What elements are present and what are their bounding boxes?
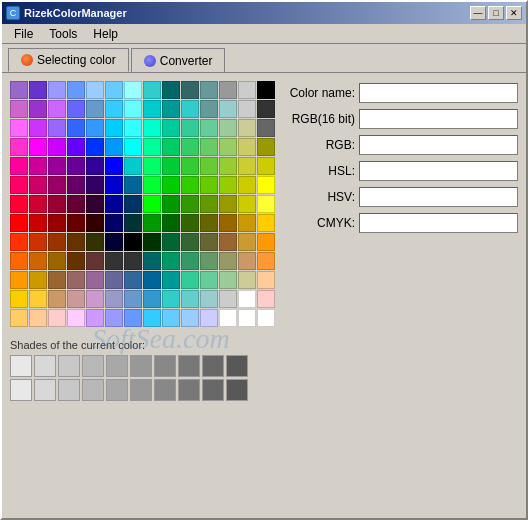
shade-cell[interactable]: [226, 355, 248, 377]
color-cell[interactable]: [143, 119, 161, 137]
color-cell[interactable]: [219, 176, 237, 194]
color-cell[interactable]: [181, 290, 199, 308]
color-cell[interactable]: [200, 290, 218, 308]
color-cell[interactable]: [219, 233, 237, 251]
color-cell[interactable]: [10, 309, 28, 327]
color-cell[interactable]: [181, 157, 199, 175]
color-cell[interactable]: [200, 138, 218, 156]
color-cell[interactable]: [181, 100, 199, 118]
shade-cell[interactable]: [130, 355, 152, 377]
color-cell[interactable]: [86, 119, 104, 137]
color-cell[interactable]: [143, 100, 161, 118]
color-cell[interactable]: [238, 81, 256, 99]
color-cell[interactable]: [86, 157, 104, 175]
maximize-button[interactable]: □: [488, 6, 504, 20]
color-cell[interactable]: [10, 176, 28, 194]
color-cell[interactable]: [48, 138, 66, 156]
shade-cell[interactable]: [34, 379, 56, 401]
color-cell[interactable]: [143, 214, 161, 232]
shade-cell[interactable]: [10, 355, 32, 377]
color-cell[interactable]: [143, 81, 161, 99]
tab-selecting-color[interactable]: Selecting color: [8, 48, 129, 72]
menu-file[interactable]: File: [6, 25, 41, 43]
color-cell[interactable]: [162, 176, 180, 194]
color-cell[interactable]: [124, 271, 142, 289]
color-cell[interactable]: [48, 290, 66, 308]
color-cell[interactable]: [257, 157, 275, 175]
color-cell[interactable]: [238, 100, 256, 118]
color-cell[interactable]: [238, 309, 256, 327]
color-cell[interactable]: [200, 195, 218, 213]
color-cell[interactable]: [162, 233, 180, 251]
color-cell[interactable]: [124, 309, 142, 327]
color-cell[interactable]: [200, 100, 218, 118]
color-cell[interactable]: [48, 81, 66, 99]
color-cell[interactable]: [48, 195, 66, 213]
color-cell[interactable]: [86, 195, 104, 213]
shade-cell[interactable]: [226, 379, 248, 401]
color-cell[interactable]: [181, 271, 199, 289]
color-cell[interactable]: [48, 119, 66, 137]
color-cell[interactable]: [29, 100, 47, 118]
color-cell[interactable]: [105, 138, 123, 156]
color-cell[interactable]: [124, 290, 142, 308]
color-cell[interactable]: [10, 271, 28, 289]
color-cell[interactable]: [238, 138, 256, 156]
color-cell[interactable]: [238, 176, 256, 194]
shade-cell[interactable]: [154, 379, 176, 401]
color-cell[interactable]: [10, 100, 28, 118]
color-cell[interactable]: [238, 252, 256, 270]
color-cell[interactable]: [67, 309, 85, 327]
color-cell[interactable]: [257, 195, 275, 213]
color-cell[interactable]: [10, 195, 28, 213]
color-cell[interactable]: [181, 233, 199, 251]
menu-tools[interactable]: Tools: [41, 25, 85, 43]
color-cell[interactable]: [105, 309, 123, 327]
color-cell[interactable]: [29, 271, 47, 289]
color-name-input[interactable]: [359, 83, 518, 103]
color-cell[interactable]: [238, 195, 256, 213]
color-cell[interactable]: [67, 214, 85, 232]
color-cell[interactable]: [219, 252, 237, 270]
color-cell[interactable]: [29, 138, 47, 156]
color-cell[interactable]: [105, 81, 123, 99]
color-cell[interactable]: [219, 81, 237, 99]
color-cell[interactable]: [219, 271, 237, 289]
color-cell[interactable]: [200, 233, 218, 251]
shade-cell[interactable]: [202, 355, 224, 377]
color-cell[interactable]: [86, 176, 104, 194]
color-cell[interactable]: [67, 138, 85, 156]
shade-cell[interactable]: [178, 379, 200, 401]
color-cell[interactable]: [219, 100, 237, 118]
color-cell[interactable]: [48, 100, 66, 118]
color-cell[interactable]: [143, 176, 161, 194]
color-cell[interactable]: [29, 252, 47, 270]
color-cell[interactable]: [257, 138, 275, 156]
color-cell[interactable]: [181, 214, 199, 232]
color-cell[interactable]: [105, 233, 123, 251]
color-cell[interactable]: [257, 214, 275, 232]
color-cell[interactable]: [86, 290, 104, 308]
color-cell[interactable]: [48, 309, 66, 327]
shade-cell[interactable]: [106, 355, 128, 377]
color-cell[interactable]: [162, 195, 180, 213]
shade-cell[interactable]: [178, 355, 200, 377]
color-cell[interactable]: [219, 195, 237, 213]
color-cell[interactable]: [86, 309, 104, 327]
color-cell[interactable]: [29, 119, 47, 137]
color-cell[interactable]: [86, 214, 104, 232]
color-cell[interactable]: [143, 138, 161, 156]
color-cell[interactable]: [200, 309, 218, 327]
color-cell[interactable]: [162, 119, 180, 137]
color-cell[interactable]: [257, 290, 275, 308]
color-cell[interactable]: [48, 214, 66, 232]
color-cell[interactable]: [200, 81, 218, 99]
color-cell[interactable]: [238, 233, 256, 251]
shade-cell[interactable]: [58, 355, 80, 377]
color-cell[interactable]: [162, 252, 180, 270]
color-cell[interactable]: [29, 290, 47, 308]
color-cell[interactable]: [219, 138, 237, 156]
color-cell[interactable]: [10, 157, 28, 175]
shade-cell[interactable]: [82, 355, 104, 377]
color-cell[interactable]: [257, 176, 275, 194]
